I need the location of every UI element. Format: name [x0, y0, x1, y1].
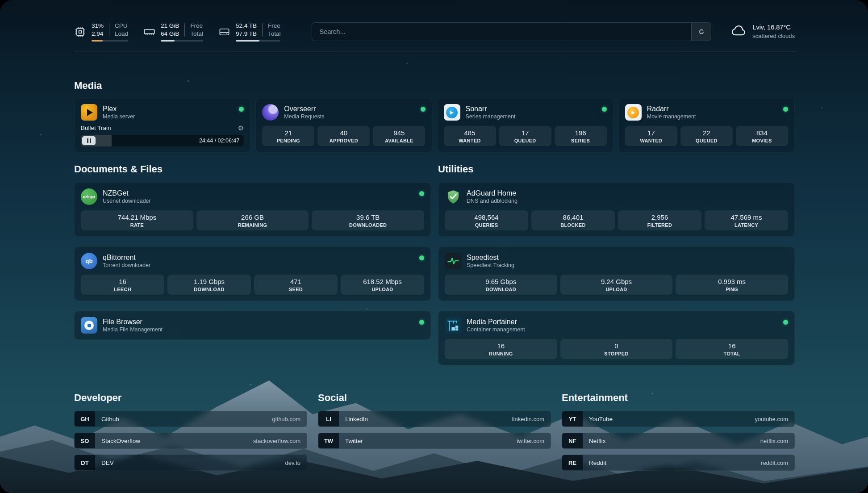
stat-filtered: 2,956FILTERED	[618, 210, 701, 230]
filebrowser-card[interactable]: File Browser Media File Management	[74, 311, 431, 340]
app-name: Sonarr	[466, 104, 516, 113]
entertainment-column: Entertainment YT YouTube youtube.com NF …	[562, 392, 795, 471]
gear-icon[interactable]: ⚙	[238, 125, 244, 131]
speedtest-card[interactable]: Speedtest Speedtest Tracking 9.65 GbpsDO…	[438, 246, 795, 301]
dashboard-screen: 31% 2.94 CPU Load	[0, 0, 868, 493]
status-dot	[783, 107, 788, 112]
stat-download: 1.19 GbpsDOWNLOAD	[167, 275, 251, 295]
stat-pending: 21PENDING	[262, 126, 314, 146]
stat-wanted: 485WANTED	[444, 126, 496, 146]
bookmark-url: reddit.com	[761, 460, 788, 466]
app-name: Overseerr	[284, 104, 324, 113]
bookmark-abbr: YT	[562, 411, 583, 426]
app-description: Media File Management	[103, 326, 163, 334]
memory-progress-bar	[161, 40, 203, 42]
bookmark-name: LinkedIn	[345, 416, 368, 422]
developer-column: Developer GH Github github.com SO StackO…	[74, 392, 307, 471]
disk-free-value: 52.4 TB	[236, 22, 257, 30]
bookmark-reddit[interactable]: RE Reddit reddit.com	[562, 455, 795, 471]
bookmark-abbr: TW	[318, 433, 339, 448]
stat-queued: 17QUEUED	[499, 126, 551, 146]
app-name: Plex	[103, 104, 135, 113]
divider	[262, 23, 263, 37]
documents-column: Documents & Files nzbget NZBGet Usenet d…	[74, 163, 431, 365]
stat-series: 196SERIES	[555, 126, 607, 146]
portainer-card[interactable]: Media Portainer Container management 16R…	[438, 311, 795, 365]
stat-upload: 618.52 MbpsUPLOAD	[341, 275, 424, 295]
memory-label-free: Free	[190, 22, 203, 30]
plex-logo-icon	[81, 104, 97, 121]
memory-free-value: 21 GiB	[161, 22, 179, 30]
section-title-utilities: Utilities	[438, 163, 795, 175]
stat-approved: 40APPROVED	[317, 126, 370, 146]
bookmark-url: youtube.com	[755, 416, 788, 422]
disk-widget: 52.4 TB 97.9 TB Free Total	[218, 22, 281, 42]
pause-button[interactable]	[82, 136, 96, 145]
stat-running: 16RUNNING	[445, 339, 557, 359]
utilities-column: Utilities	[438, 163, 795, 365]
disk-progress-bar	[236, 40, 281, 42]
bookmark-linkedin[interactable]: LI LinkedIn linkedin.com	[318, 411, 551, 427]
status-dot	[783, 320, 788, 325]
adguard-card[interactable]: AdGuard Home DNS and adblocking 498,564Q…	[438, 182, 795, 237]
app-description: Media Requests	[284, 113, 324, 121]
disk-label-total: Total	[268, 30, 281, 38]
section-title-media: Media	[74, 80, 795, 92]
overseerr-card[interactable]: Overseerr Media Requests 21PENDING 40APP…	[255, 98, 432, 153]
search-input[interactable]	[312, 23, 691, 41]
bookmark-name: DEV	[101, 460, 114, 466]
cpu-chip-icon	[74, 26, 86, 38]
cpu-label-2: Load	[115, 30, 128, 38]
app-description: Movie management	[647, 113, 696, 121]
bookmark-dev[interactable]: DT DEV dev.to	[74, 455, 307, 471]
now-playing-title: Bullet Train	[81, 125, 111, 131]
app-description: Usenet downloader	[103, 198, 151, 205]
divider	[184, 23, 185, 37]
section-title-social: Social	[318, 392, 551, 404]
stat-movies: 834MOVIES	[736, 126, 788, 146]
app-name: AdGuard Home	[467, 189, 517, 198]
cloud-icon	[731, 23, 747, 41]
bookmark-netflix[interactable]: NF Netflix netflix.com	[562, 433, 795, 449]
header-divider	[74, 51, 795, 51]
filebrowser-logo-icon	[81, 317, 97, 334]
nzbget-card[interactable]: nzbget NZBGet Usenet downloader 744.21 M…	[74, 182, 431, 237]
playback-time: 24:44 / 02:06:47	[199, 138, 239, 144]
playback-progress-bar: 24:44 / 02:06:47	[81, 135, 244, 146]
bookmark-abbr: SO	[75, 433, 95, 448]
bookmark-name: YouTube	[589, 416, 613, 422]
weather-location: Lviv, 16.87°C	[752, 23, 795, 32]
stat-total: 16TOTAL	[676, 339, 788, 359]
disk-total-value: 97.9 TB	[236, 30, 257, 38]
background-snow-specks	[0, 0, 1, 1]
radarr-card[interactable]: ▶ Radarr Movie management 17WANTED 22QUE…	[618, 98, 795, 153]
memory-total-value: 64 GiB	[161, 30, 179, 38]
app-description: Series management	[466, 113, 516, 121]
bookmark-github[interactable]: GH Github github.com	[74, 411, 307, 427]
qbittorrent-card[interactable]: qb qBittorrent Torrent downloader 16LEEC…	[74, 246, 431, 301]
bookmark-youtube[interactable]: YT YouTube youtube.com	[562, 411, 795, 427]
bookmark-abbr: NF	[562, 433, 583, 448]
app-description: Container management	[467, 326, 525, 334]
adguard-logo-icon	[445, 188, 461, 205]
stat-ping: 0.993 msPING	[676, 275, 788, 295]
stat-remaining: 266 GBREMAINING	[196, 210, 309, 230]
divider	[109, 23, 109, 37]
weather-widget: Lviv, 16.87°C scattered clouds	[731, 23, 795, 41]
app-name: File Browser	[103, 318, 163, 326]
status-dot	[419, 320, 424, 325]
bookmark-stackoverflow[interactable]: SO StackOverflow stackoverflow.com	[74, 433, 307, 449]
bookmark-abbr: GH	[75, 411, 95, 426]
plex-card[interactable]: Plex Media server Bullet Train ⚙ 24:44 /…	[74, 98, 250, 153]
overseerr-logo-icon	[262, 104, 279, 121]
bookmark-abbr: LI	[318, 411, 339, 426]
search-engine-button[interactable]: G	[691, 23, 711, 41]
nzbget-logo-icon: nzbget	[81, 188, 97, 205]
qbittorrent-logo-icon: qb	[81, 253, 97, 269]
cpu-load-value: 2.94	[92, 30, 104, 38]
sonarr-card[interactable]: ▶ Sonarr Series management 485WANTED 17Q…	[437, 98, 613, 153]
stat-latency: 47.569 msLATENCY	[705, 210, 788, 230]
bookmark-twitter[interactable]: TW Twitter twitter.com	[318, 433, 551, 449]
app-name: NZBGet	[103, 189, 151, 198]
ram-icon	[143, 26, 155, 38]
